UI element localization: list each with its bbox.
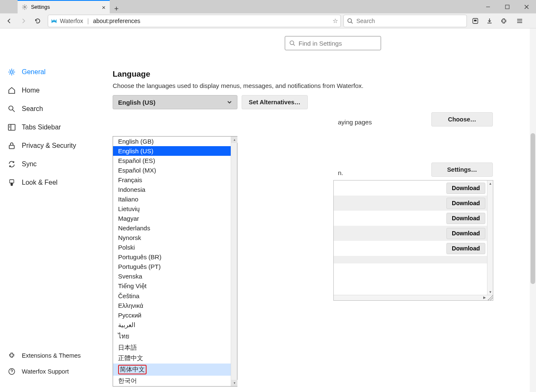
maximize-button[interactable] (497, 0, 517, 13)
sidebar-item-look-feel[interactable]: Look & Feel (0, 173, 103, 192)
dropdown-scrollbar[interactable]: ▴ ▾ (231, 137, 237, 386)
page-scrollbar[interactable] (530, 28, 536, 392)
dropdown-option[interactable]: Tiếng Việt (113, 281, 237, 291)
language-select[interactable]: English (US) (113, 95, 237, 109)
svg-line-24 (294, 44, 295, 46)
choose-button[interactable]: Choose… (431, 112, 493, 126)
language-description: Choose the languages used to display men… (113, 82, 536, 89)
partial-spellcheck-text: n. (338, 169, 343, 176)
dropdown-option[interactable]: Italiano (113, 194, 237, 204)
dropdown-option[interactable]: Polski (113, 242, 237, 252)
dropdown-option[interactable]: Español (ES) (113, 156, 237, 165)
svg-point-23 (290, 41, 294, 45)
tab-close-icon[interactable]: × (102, 4, 106, 11)
url-bar[interactable]: Waterfox | about:preferences ☆ (48, 15, 341, 27)
dropdown-option[interactable]: Lietuvių (113, 204, 237, 214)
dropdown-option[interactable]: English (GB) (113, 137, 237, 146)
dropdown-option[interactable]: العربية (113, 320, 237, 330)
svg-rect-8 (474, 20, 477, 21)
new-tab-button[interactable]: + (110, 5, 123, 13)
puzzle-icon (8, 351, 16, 360)
scroll-down-icon[interactable]: ▾ (231, 380, 237, 386)
find-in-settings-input[interactable]: Find in Settings (285, 36, 381, 50)
dropdown-option[interactable]: Русский (113, 310, 237, 320)
app-menu-button[interactable] (514, 15, 526, 27)
sidebar-item-extensions[interactable]: Extensions & Themes (0, 348, 103, 364)
download-button[interactable]: Download (446, 228, 485, 239)
dropdown-option[interactable]: Nederlands (113, 223, 237, 233)
sidebar-item-sync[interactable]: Sync (0, 155, 103, 173)
sidebar-item-label: Tabs Sidebar (22, 124, 61, 131)
dropdown-option[interactable]: Ελληνικά (113, 301, 237, 310)
sidebar-item-label: General (22, 68, 46, 76)
sidebar-item-label: Waterfox Support (22, 368, 69, 375)
reload-button[interactable] (32, 15, 44, 27)
dropdown-option[interactable]: Français (113, 175, 237, 185)
help-icon (8, 367, 16, 376)
settings-button[interactable]: Settings… (431, 162, 493, 177)
scroll-up-icon[interactable]: ▲ (487, 181, 493, 186)
resize-handle-icon[interactable] (487, 295, 493, 300)
sidebar-item-home[interactable]: Home (0, 81, 103, 100)
toolbar: Waterfox | about:preferences ☆ Search (0, 13, 536, 28)
dropdown-option[interactable]: Svenska (113, 271, 237, 281)
dropdown-option[interactable]: Čeština (113, 291, 237, 301)
dropdown-option[interactable]: ไทย (113, 330, 237, 343)
url-separator: | (88, 18, 89, 24)
dropdown-option[interactable]: Indonesia (113, 185, 237, 194)
dropdown-option[interactable]: Português (PT) (113, 262, 237, 271)
svg-point-13 (9, 106, 13, 110)
scrollbar-thumb[interactable] (531, 133, 535, 284)
close-window-button[interactable] (517, 0, 536, 13)
download-button[interactable]: Download (446, 198, 485, 209)
download-button[interactable]: Download (446, 243, 485, 254)
bookmark-star-icon[interactable]: ☆ (332, 17, 338, 25)
download-button[interactable]: Download (446, 213, 485, 224)
dropdown-option[interactable]: 한국어 (113, 376, 237, 386)
dropdown-option[interactable]: Nynorsk (113, 233, 237, 242)
downloads-icon[interactable] (484, 15, 495, 27)
sidebar-item-general[interactable]: General (0, 63, 103, 81)
waterfox-logo-icon (51, 18, 57, 24)
svg-rect-21 (11, 183, 13, 186)
sidebar-item-search[interactable]: Search (0, 100, 103, 118)
download-button[interactable]: Download (446, 183, 485, 194)
scroll-right-icon[interactable]: ▶ (482, 294, 487, 300)
main-content: General Home Search Tabs Sidebar Privacy… (0, 28, 536, 392)
forward-button[interactable] (18, 15, 29, 27)
sidebar-item-tabs-sidebar[interactable]: Tabs Sidebar (0, 118, 103, 137)
brand-label: Waterfox (60, 18, 83, 24)
save-to-pocket-icon[interactable] (469, 15, 481, 27)
dropdown-option[interactable]: Português (BR) (113, 252, 237, 262)
language-select-value: English (US) (118, 99, 155, 106)
list-item (334, 256, 493, 263)
identity-box[interactable]: Waterfox | about:preferences (51, 18, 140, 24)
dropdown-option[interactable]: Español (MX) (113, 165, 237, 175)
dropdown-option[interactable]: English (US) (113, 146, 237, 156)
dropdown-option[interactable]: 简体中文 (113, 364, 237, 376)
extensions-icon[interactable] (498, 15, 510, 27)
sidebar-item-support[interactable]: Waterfox Support (0, 364, 103, 379)
list-vertical-scrollbar[interactable]: ▲ ▼ (487, 181, 493, 295)
sidebar: General Home Search Tabs Sidebar Privacy… (0, 28, 103, 392)
dropdown-option[interactable]: Magyar (113, 214, 237, 223)
sidebar-item-privacy[interactable]: Privacy & Security (0, 137, 103, 155)
tab-settings[interactable]: Settings × (18, 0, 110, 13)
set-alternatives-button[interactable]: Set Alternatives… (242, 95, 308, 109)
search-placeholder: Search (356, 18, 375, 24)
brush-icon (8, 178, 16, 187)
svg-point-12 (10, 71, 13, 73)
list-horizontal-scrollbar[interactable]: ▶ (334, 295, 493, 300)
svg-rect-2 (505, 5, 509, 9)
minimize-button[interactable] (478, 0, 497, 13)
scroll-down-icon[interactable]: ▼ (487, 289, 493, 295)
svg-rect-20 (10, 180, 14, 183)
dropdown-option[interactable]: 正體中文 (113, 353, 237, 364)
svg-line-6 (351, 22, 353, 23)
gear-icon (22, 4, 28, 10)
scroll-up-icon[interactable]: ▴ (231, 137, 237, 143)
dropdown-option[interactable]: 日本語 (113, 343, 237, 353)
search-bar[interactable]: Search (343, 15, 467, 27)
sidebar-item-label: Extensions & Themes (22, 352, 81, 359)
back-button[interactable] (3, 15, 15, 27)
